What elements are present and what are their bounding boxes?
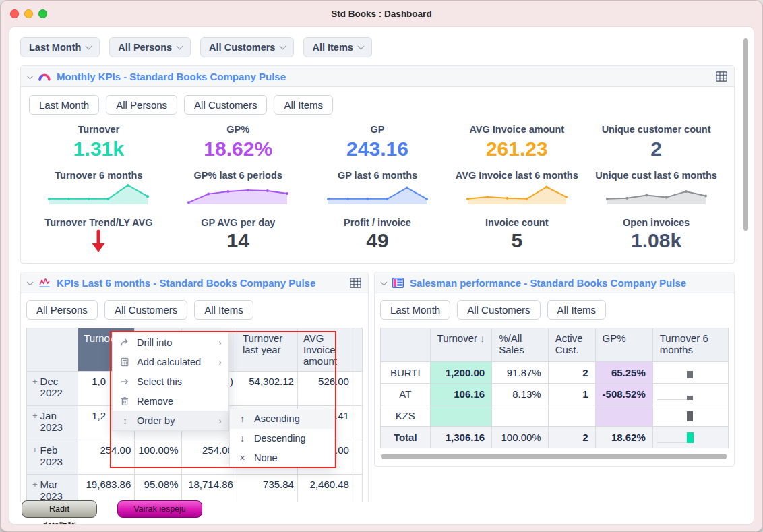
- panel-filter-all-customers[interactable]: All Customers: [457, 300, 540, 320]
- filter-all-customers[interactable]: All Customers: [200, 37, 294, 57]
- menu-item-drill-into[interactable]: Drill into ›: [113, 332, 228, 352]
- cell-active[interactable]: 1: [548, 384, 595, 405]
- expand-plus-icon[interactable]: +: [32, 445, 38, 467]
- cell[interactable]: 100.00%: [135, 440, 182, 475]
- submenu-item-ascending[interactable]: ↑ Ascending: [230, 409, 334, 429]
- col-pct-all-sales[interactable]: %/All Sales: [492, 328, 549, 362]
- cell-pct[interactable]: [492, 405, 549, 427]
- panel-filter-all-persons[interactable]: All Persons: [106, 95, 177, 115]
- panel-filter-all-items[interactable]: All Items: [274, 95, 333, 115]
- cell-turnover[interactable]: 106.16: [430, 384, 492, 405]
- panel-filter-last-month[interactable]: Last Month: [29, 95, 99, 115]
- cell[interactable]: 18,714.86: [182, 475, 237, 502]
- row-kzs[interactable]: KZS: [381, 405, 431, 427]
- filter-last-month[interactable]: Last Month: [20, 37, 100, 57]
- panel-filter-last-month[interactable]: Last Month: [380, 300, 450, 320]
- cell[interactable]: 54,302.12: [237, 372, 297, 406]
- cell-active[interactable]: 2: [548, 362, 595, 384]
- cell[interactable]: 254.00: [78, 440, 135, 475]
- row-dec-2022[interactable]: + Dec 2022: [27, 372, 78, 406]
- cell-gp[interactable]: 18.62%: [595, 427, 652, 448]
- titlebar[interactable]: Std Books : Dashboard: [1, 1, 762, 26]
- panel-filter-all-customers[interactable]: All Customers: [104, 300, 187, 320]
- cell-active[interactable]: 2: [548, 427, 595, 448]
- vertical-scrollbar[interactable]: [743, 38, 748, 231]
- cell-turnover[interactable]: 1,306.16: [430, 427, 492, 448]
- cell-gp[interactable]: -508.52%: [595, 384, 652, 405]
- show-details-button[interactable]: Rādīt detalizēti: [22, 500, 97, 518]
- cell-turnover[interactable]: 1,200.00: [430, 362, 492, 384]
- collapse-chevron-icon[interactable]: [27, 278, 34, 285]
- panel-filter-all-items[interactable]: All Items: [547, 300, 607, 320]
- cell[interactable]: 2,460.48: [297, 475, 353, 502]
- cell-turnover-6m-bar[interactable]: [652, 362, 728, 384]
- menu-item-remove[interactable]: Remove: [113, 391, 228, 411]
- filter-all-items[interactable]: All Items: [303, 37, 371, 57]
- col-active-cust[interactable]: Active Cust.: [548, 328, 595, 362]
- cell-turnover-6m-bar[interactable]: [652, 384, 728, 405]
- filter-all-persons[interactable]: All Persons: [109, 37, 191, 57]
- cell-turnover-6m-bar[interactable]: [652, 427, 728, 448]
- cell[interactable]: 735.84: [237, 475, 297, 502]
- panel-monthly-kpis-header[interactable]: Monthly KPIs - Standard Books Company Pu…: [21, 66, 734, 87]
- panel-kpis-6months-header[interactable]: KPIs Last 6 months - Standard Books Comp…: [21, 272, 368, 293]
- kpi-gp-pct: GP% 18.62%: [169, 115, 308, 160]
- row-burti[interactable]: BURTI: [381, 362, 431, 384]
- row-jan-2023[interactable]: + Jan 2023: [27, 406, 78, 440]
- line-chart-icon: [38, 278, 51, 288]
- submenu-item-descending[interactable]: ↓ Descending: [230, 429, 334, 448]
- panel-salesman-header[interactable]: Salesman performance - Standard Books Co…: [375, 272, 734, 293]
- horizontal-scrollbar[interactable]: [382, 454, 727, 459]
- cell[interactable]: 19,683.86: [78, 475, 135, 502]
- cell-turnover-6m-bar[interactable]: [652, 405, 728, 427]
- expand-plus-icon[interactable]: +: [32, 411, 38, 433]
- sparkline-gp-6m: [320, 182, 435, 208]
- row-total[interactable]: Total: [381, 427, 431, 448]
- col-turnover-last-year[interactable]: Turnover last year: [237, 328, 297, 372]
- cell[interactable]: 526.00: [297, 372, 353, 406]
- row-at[interactable]: AT: [381, 384, 431, 405]
- expand-plus-icon[interactable]: +: [32, 376, 38, 398]
- cell[interactable]: [353, 372, 362, 406]
- col-gp-pct[interactable]: GP%: [595, 328, 652, 362]
- col-month[interactable]: [27, 328, 78, 372]
- menu-item-select-this[interactable]: Select this: [113, 372, 228, 391]
- col-turnover-6-months[interactable]: Turnover 6 months: [652, 328, 728, 362]
- table-view-icon[interactable]: [350, 278, 361, 288]
- collapse-chevron-icon[interactable]: [27, 72, 34, 79]
- cell-gp[interactable]: [595, 405, 652, 427]
- cell-active[interactable]: [548, 405, 595, 427]
- calculator-icon: [119, 357, 131, 367]
- panel-filter-all-persons[interactable]: All Persons: [26, 300, 98, 320]
- panel-title: KPIs Last 6 months - Standard Books Comp…: [57, 277, 315, 289]
- panel-filter-all-customers[interactable]: All Customers: [184, 95, 267, 115]
- more-options-button[interactable]: Vairāk iespēju: [117, 500, 202, 518]
- expand-plus-icon[interactable]: +: [32, 479, 38, 502]
- cell[interactable]: 95.08%: [135, 475, 182, 502]
- cell-pct[interactable]: 8.13%: [492, 384, 549, 405]
- table-row-total: Total 1,306.16 100.00% 2 18.62%: [381, 427, 729, 448]
- panel-filter-all-items[interactable]: All Items: [194, 300, 253, 320]
- table-view-icon[interactable]: [716, 71, 727, 82]
- collapse-chevron-icon[interactable]: [381, 278, 388, 285]
- menu-item-add-calculated[interactable]: Add calculated ›: [113, 352, 228, 372]
- cell[interactable]: [353, 406, 362, 440]
- row-feb-2023[interactable]: + Feb 2023: [27, 440, 78, 475]
- zoom-window-button[interactable]: [38, 9, 47, 18]
- cell[interactable]: [353, 440, 362, 475]
- row-mar-2023[interactable]: + Mar 2023: [27, 475, 78, 502]
- submenu-item-none[interactable]: × None: [230, 448, 334, 467]
- cell-turnover[interactable]: [430, 405, 492, 427]
- gauge-icon: [38, 72, 51, 81]
- cell-gp[interactable]: 65.25%: [595, 362, 652, 384]
- cell-pct[interactable]: 91.87%: [492, 362, 549, 384]
- col-turnover[interactable]: Turnover ↓: [430, 328, 492, 362]
- cell[interactable]: [353, 475, 362, 502]
- menu-item-order-by[interactable]: ↕ Order by ›: [113, 411, 228, 430]
- close-window-button[interactable]: [10, 9, 19, 18]
- col-next-sliver[interactable]: [353, 328, 362, 372]
- col-avg-invoice-amount[interactable]: AVG Invoice amount: [297, 328, 353, 372]
- col-salesman[interactable]: [381, 328, 431, 362]
- minimize-window-button[interactable]: [24, 9, 33, 18]
- cell-pct[interactable]: 100.00%: [492, 427, 549, 448]
